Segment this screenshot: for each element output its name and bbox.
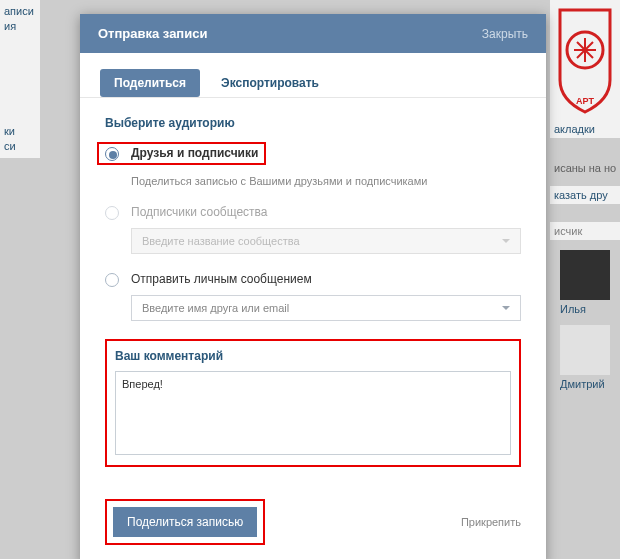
option-private-label: Отправить личным сообщением — [131, 272, 312, 286]
modal-header: Отправка записи Закрыть — [80, 14, 546, 53]
radio-icon — [105, 273, 119, 287]
option-friends[interactable]: Друзья и подписчики — [105, 146, 258, 161]
share-modal: Отправка записи Закрыть Поделиться Экспо… — [80, 14, 546, 559]
attach-link[interactable]: Прикрепить — [461, 516, 521, 528]
comment-section-highlight: Ваш комментарий — [105, 339, 521, 467]
tab-export[interactable]: Экспортировать — [207, 69, 333, 97]
submit-highlight: Поделиться записью — [105, 499, 265, 545]
option-friends-desc: Поделиться записью с Вашими друзьями и п… — [131, 175, 521, 187]
option-community[interactable]: Подписчики сообщества — [105, 205, 521, 220]
private-placeholder: Введите имя друга или email — [142, 302, 289, 314]
modal-title: Отправка записи — [98, 26, 207, 41]
audience-title: Выберите аудиторию — [105, 116, 521, 130]
radio-icon — [105, 206, 119, 220]
modal-body: Выберите аудиторию Друзья и подписчики П… — [80, 98, 546, 485]
tab-share[interactable]: Поделиться — [100, 69, 200, 97]
chevron-down-icon — [502, 306, 510, 310]
option-friends-highlight: Друзья и подписчики — [97, 142, 266, 165]
community-select[interactable]: Введите название сообщества — [131, 228, 521, 254]
comment-input[interactable] — [115, 371, 511, 455]
community-placeholder: Введите название сообщества — [142, 235, 300, 247]
chevron-down-icon — [502, 239, 510, 243]
option-community-label: Подписчики сообщества — [131, 205, 268, 219]
comment-title: Ваш комментарий — [115, 349, 511, 363]
private-select[interactable]: Введите имя друга или email — [131, 295, 521, 321]
tabs: Поделиться Экспортировать — [80, 53, 546, 98]
close-button[interactable]: Закрыть — [482, 27, 528, 41]
modal-footer: Поделиться записью Прикрепить — [80, 485, 546, 559]
submit-button[interactable]: Поделиться записью — [113, 507, 257, 537]
option-friends-label: Друзья и подписчики — [131, 146, 258, 160]
radio-icon — [105, 147, 119, 161]
option-private[interactable]: Отправить личным сообщением — [105, 272, 521, 287]
